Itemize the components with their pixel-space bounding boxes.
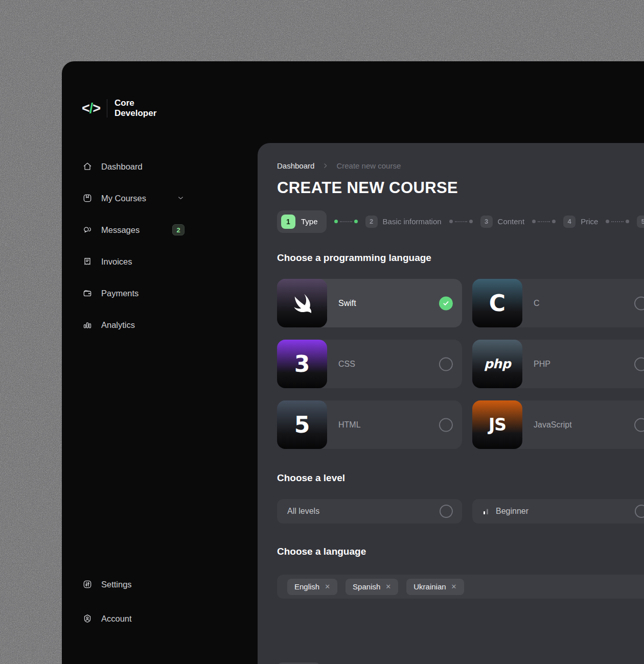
language-card-swift[interactable]: Swift xyxy=(277,279,462,327)
sidebar-item-label: Analytics xyxy=(101,320,135,330)
courses-icon xyxy=(82,193,93,203)
settings-icon xyxy=(82,579,93,589)
radio-unselected-icon[interactable] xyxy=(440,505,453,518)
messages-icon xyxy=(82,225,93,235)
step-type[interactable]: 1 Type xyxy=(277,210,327,233)
tag-label: English xyxy=(294,582,319,591)
language-tag-spanish[interactable]: Spanish ✕ xyxy=(346,579,398,595)
breadcrumb-current-page: Create new course xyxy=(336,161,401,170)
sidebar-item-label: Messages xyxy=(101,225,140,235)
step-number-badge: 3 xyxy=(480,216,493,228)
level-bars-icon xyxy=(482,507,491,515)
logo-divider xyxy=(107,99,107,117)
sidebar-item-settings[interactable]: Settings xyxy=(82,575,196,594)
remove-tag-icon[interactable]: ✕ xyxy=(385,583,391,590)
radio-unselected-icon[interactable] xyxy=(634,418,644,432)
level-card-all-levels[interactable]: All levels xyxy=(277,499,462,524)
radio-unselected-icon[interactable] xyxy=(634,357,644,371)
sidebar-item-label: Payments xyxy=(101,289,139,298)
remove-tag-icon[interactable]: ✕ xyxy=(325,583,330,590)
step-label: Type xyxy=(301,217,318,226)
sidebar-item-messages[interactable]: Messages 2 xyxy=(82,221,196,239)
step-number-badge: 5 xyxy=(637,216,644,228)
html5-logo-icon: 5 xyxy=(277,400,327,449)
step-view[interactable]: 5 View xyxy=(637,216,644,228)
section-heading-level: Choose a level xyxy=(277,472,345,484)
sidebar-item-label: Account xyxy=(101,614,132,624)
language-card-c[interactable]: C C xyxy=(472,279,644,327)
language-card-label: JavaScript xyxy=(534,420,572,430)
code-logo-icon: </> xyxy=(82,101,100,116)
language-card-css[interactable]: 3 CSS xyxy=(277,340,462,388)
php-logo-icon: php xyxy=(472,340,522,388)
level-card-label: Beginner xyxy=(496,507,528,516)
step-content[interactable]: 3 Content xyxy=(480,216,525,228)
step-connector xyxy=(606,220,629,223)
brand-name: Core Developer xyxy=(114,98,156,118)
sidebar-item-analytics[interactable]: Analytics xyxy=(82,316,196,334)
sidebar-item-label: Invoices xyxy=(101,257,132,267)
radio-unselected-icon[interactable] xyxy=(439,357,453,371)
level-card-label: All levels xyxy=(287,507,319,516)
step-connector xyxy=(334,220,358,223)
language-tag-ukrainian[interactable]: Ukrainian ✕ xyxy=(406,579,464,595)
language-card-html[interactable]: 5 HTML xyxy=(277,400,462,449)
sidebar-item-invoices[interactable]: Invoices xyxy=(82,252,196,271)
level-card-beginner[interactable]: Beginner xyxy=(472,499,644,524)
step-label: Content xyxy=(498,217,525,226)
step-label: Basic information xyxy=(383,217,442,226)
chevron-right-icon xyxy=(322,162,329,169)
account-icon xyxy=(82,613,93,624)
section-heading-programming-language: Choose a programming language xyxy=(277,252,431,264)
chevron-down-icon[interactable] xyxy=(177,194,185,204)
sidebar-item-label: Settings xyxy=(101,580,132,589)
breadcrumb-dashboard-link[interactable]: Dashboard xyxy=(277,161,314,170)
unread-count-badge: 2 xyxy=(172,224,185,235)
sidebar-item-my-courses[interactable]: My Courses xyxy=(82,189,196,207)
analytics-icon xyxy=(82,320,93,330)
main-panel: Dashboard Create new course CREATE NEW C… xyxy=(258,143,644,664)
invoices-icon xyxy=(82,256,93,267)
step-connector xyxy=(449,220,473,223)
language-card-label: PHP xyxy=(534,360,550,369)
check-selected-icon[interactable] xyxy=(439,296,453,310)
step-price[interactable]: 4 Price xyxy=(563,216,598,228)
tag-label: Spanish xyxy=(353,582,380,591)
programming-language-grid: Swift C C C++ C++ xyxy=(277,279,644,449)
stepper: 1 Type 2 Basic information 3 Content 4 P… xyxy=(277,210,644,233)
radio-unselected-icon[interactable] xyxy=(634,296,644,310)
language-card-label: Swift xyxy=(338,299,356,308)
page-title: CREATE NEW COURSE xyxy=(277,179,458,197)
step-number-badge: 2 xyxy=(365,216,378,228)
sidebar-item-payments[interactable]: Payments xyxy=(82,284,196,302)
sidebar: </> Core Developer Dashboard My Courses xyxy=(62,61,196,664)
sidebar-item-label: My Courses xyxy=(101,194,146,203)
sidebar-nav: Dashboard My Courses Messages 2 Invoices xyxy=(62,157,196,347)
language-card-javascript[interactable]: JS JavaScript xyxy=(472,400,644,449)
home-icon xyxy=(82,161,93,172)
remove-tag-icon[interactable]: ✕ xyxy=(451,583,457,590)
language-card-label: C xyxy=(534,299,540,308)
radio-unselected-icon[interactable] xyxy=(439,418,453,432)
level-grid: All levels Beginner Intermediate xyxy=(277,499,644,524)
css-logo-icon: 3 xyxy=(277,340,327,388)
javascript-logo-icon: JS xyxy=(472,400,522,449)
language-tags-input[interactable]: English ✕ Spanish ✕ Ukrainian ✕ xyxy=(277,575,644,599)
payments-icon xyxy=(82,288,93,298)
language-card-php[interactable]: php PHP xyxy=(472,340,644,388)
language-card-label: CSS xyxy=(338,360,355,369)
step-connector xyxy=(532,220,556,223)
step-number-badge: 4 xyxy=(563,216,576,228)
sidebar-item-label: Dashboard xyxy=(101,162,143,172)
step-basic-information[interactable]: 2 Basic information xyxy=(365,216,442,228)
tag-label: Ukrainian xyxy=(413,582,446,591)
language-tag-english[interactable]: English ✕ xyxy=(287,579,337,595)
breadcrumb: Dashboard Create new course xyxy=(277,161,401,170)
step-label: Price xyxy=(581,217,598,226)
radio-unselected-icon[interactable] xyxy=(635,505,644,518)
step-number-badge: 1 xyxy=(281,215,295,229)
swift-logo-icon xyxy=(277,279,327,327)
sidebar-item-dashboard[interactable]: Dashboard xyxy=(82,157,196,176)
sidebar-item-account[interactable]: Account xyxy=(82,609,196,628)
language-card-label: HTML xyxy=(338,420,361,430)
